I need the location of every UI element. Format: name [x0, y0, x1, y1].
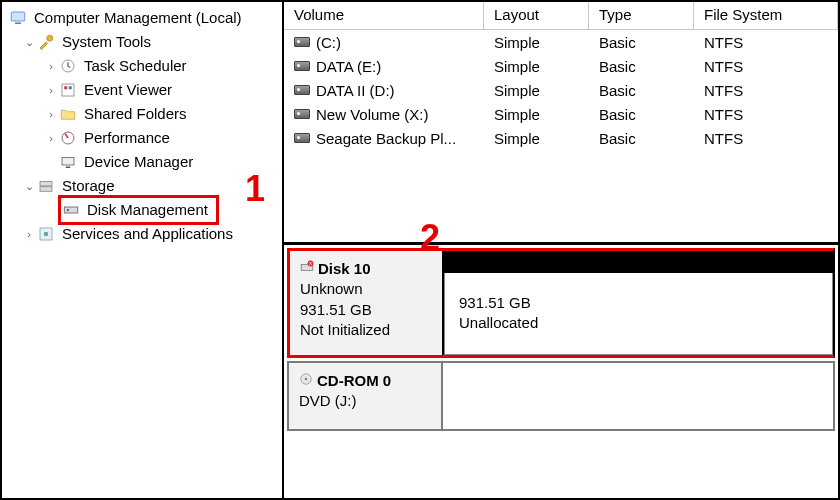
volume-list-header: Volume Layout Type File System — [284, 2, 838, 30]
svg-rect-10 — [40, 182, 52, 187]
tree-shared-folders[interactable]: › Shared Folders — [6, 102, 282, 126]
svg-rect-5 — [64, 86, 67, 89]
event-viewer-icon — [58, 80, 78, 100]
volume-row[interactable]: Seagate Backup Pl... Simple Basic NTFS — [284, 126, 838, 150]
disk-row[interactable]: Disk 10 Unknown 931.51 GB Not Initialize… — [287, 248, 835, 358]
volume-name: Seagate Backup Pl... — [316, 130, 456, 147]
disk-info: Disk 10 Unknown 931.51 GB Not Initialize… — [290, 251, 444, 355]
volume-icon — [294, 85, 310, 95]
disk-name: CD-ROM 0 — [317, 371, 391, 391]
volume-layout: Simple — [484, 34, 589, 51]
annotation-two: 2 — [420, 217, 440, 259]
volume-icon — [294, 109, 310, 119]
svg-rect-4 — [62, 84, 74, 96]
volume-list: (C:) Simple Basic NTFS DATA (E:) Simple … — [284, 30, 838, 150]
tree-performance[interactable]: › Performance — [6, 126, 282, 150]
volume-icon — [294, 133, 310, 143]
tree-disk-management-label: Disk Management — [85, 198, 210, 222]
tree-performance-label: Performance — [82, 126, 172, 150]
volume-row[interactable]: DATA (E:) Simple Basic NTFS — [284, 54, 838, 78]
volume-type: Basic — [589, 130, 694, 147]
chevron-down-icon: ⌄ — [22, 174, 36, 198]
device-manager-icon — [58, 152, 78, 172]
tree-root-label: Computer Management (Local) — [32, 6, 244, 30]
svg-point-15 — [44, 232, 49, 237]
volume-row[interactable]: DATA II (D:) Simple Basic NTFS — [284, 78, 838, 102]
tree-services-apps[interactable]: › Services and Applications — [6, 222, 282, 246]
tree-device-manager-label: Device Manager — [82, 150, 195, 174]
disk-error-icon — [300, 259, 314, 279]
disk-sub: DVD (J:) — [299, 391, 431, 411]
tree-shared-folders-label: Shared Folders — [82, 102, 189, 126]
nav-tree: Computer Management (Local) ⌄ System Too… — [2, 2, 284, 498]
clock-icon — [58, 56, 78, 76]
partition-status: Unallocated — [459, 313, 818, 333]
volume-fs: NTFS — [694, 82, 838, 99]
services-icon — [36, 224, 56, 244]
volume-name: (C:) — [316, 34, 341, 51]
chevron-right-icon: › — [44, 126, 58, 150]
volume-type: Basic — [589, 58, 694, 75]
tree-device-manager[interactable]: › Device Manager — [6, 150, 282, 174]
volume-fs: NTFS — [694, 106, 838, 123]
tree-system-tools[interactable]: ⌄ System Tools — [6, 30, 282, 54]
chevron-right-icon: › — [44, 102, 58, 126]
computer-icon — [8, 8, 28, 28]
col-header-volume[interactable]: Volume — [284, 2, 484, 29]
partition-size: 931.51 GB — [459, 293, 818, 313]
tree-services-apps-label: Services and Applications — [60, 222, 235, 246]
disk-partition[interactable]: 931.51 GB Unallocated — [444, 251, 833, 355]
volume-type: Basic — [589, 106, 694, 123]
tree-root[interactable]: Computer Management (Local) — [6, 6, 282, 30]
selection-highlight: Disk Management — [58, 195, 219, 225]
tree-task-scheduler[interactable]: › Task Scheduler — [6, 54, 282, 78]
disk-row[interactable]: CD-ROM 0 DVD (J:) — [287, 361, 835, 431]
col-header-type[interactable]: Type — [589, 2, 694, 29]
volume-row[interactable]: New Volume (X:) Simple Basic NTFS — [284, 102, 838, 126]
disk-management-icon — [61, 200, 81, 220]
volume-fs: NTFS — [694, 130, 838, 147]
svg-rect-11 — [40, 187, 52, 192]
partition-header-bar — [444, 251, 833, 273]
volume-fs: NTFS — [694, 58, 838, 75]
disk-status-1: Unknown — [300, 279, 432, 299]
annotation-one: 1 — [245, 168, 265, 210]
svg-rect-12 — [64, 207, 78, 213]
svg-rect-8 — [62, 158, 74, 166]
chevron-down-icon: ⌄ — [22, 30, 36, 54]
svg-point-13 — [67, 209, 69, 211]
volume-type: Basic — [589, 82, 694, 99]
svg-rect-1 — [15, 23, 21, 25]
tree-disk-management[interactable]: › Disk Management — [6, 198, 282, 222]
chevron-right-icon: › — [22, 222, 36, 246]
content-pane: Volume Layout Type File System (C:) Simp… — [284, 2, 838, 498]
volume-name: DATA (E:) — [316, 58, 381, 75]
cdrom-icon — [299, 371, 313, 391]
col-header-fs[interactable]: File System — [694, 2, 838, 29]
disk-name: Disk 10 — [318, 259, 371, 279]
volume-icon — [294, 37, 310, 47]
volume-icon — [294, 61, 310, 71]
disk-status-2: Not Initialized — [300, 320, 432, 340]
disk-info: CD-ROM 0 DVD (J:) — [289, 363, 443, 429]
storage-icon — [36, 176, 56, 196]
performance-icon — [58, 128, 78, 148]
svg-point-2 — [47, 35, 53, 41]
svg-rect-0 — [11, 12, 25, 21]
volume-type: Basic — [589, 34, 694, 51]
disk-partition — [443, 363, 833, 429]
svg-rect-6 — [69, 86, 72, 89]
tree-event-viewer[interactable]: › Event Viewer — [6, 78, 282, 102]
tree-task-scheduler-label: Task Scheduler — [82, 54, 189, 78]
volume-name: DATA II (D:) — [316, 82, 395, 99]
volume-layout: Simple — [484, 58, 589, 75]
col-header-layout[interactable]: Layout — [484, 2, 589, 29]
volume-row[interactable]: (C:) Simple Basic NTFS — [284, 30, 838, 54]
svg-rect-9 — [66, 167, 71, 169]
volume-layout: Simple — [484, 106, 589, 123]
volume-fs: NTFS — [694, 34, 838, 51]
tree-system-tools-label: System Tools — [60, 30, 153, 54]
volume-layout: Simple — [484, 130, 589, 147]
svg-point-19 — [305, 377, 307, 379]
volume-layout: Simple — [484, 82, 589, 99]
